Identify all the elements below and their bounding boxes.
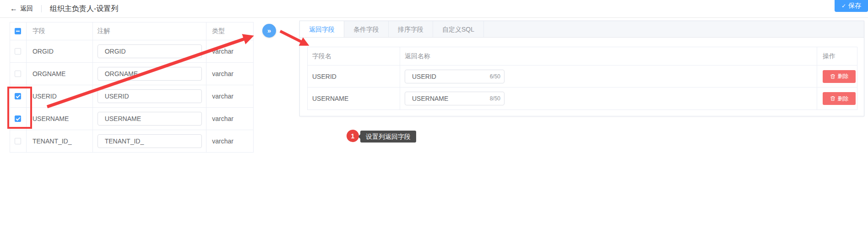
step-number-badge: 1: [347, 130, 359, 142]
return-fields-content: 字段名 返回名称 操作 USERID 6/50: [300, 38, 864, 117]
field-name: ORGID: [27, 40, 93, 62]
comment-input[interactable]: [98, 89, 202, 103]
tab-custom-sql[interactable]: 自定义SQL: [433, 21, 484, 37]
save-button[interactable]: ✓ 保存: [835, 0, 868, 12]
field-type: varchar: [206, 48, 253, 55]
field-name: TENANT_ID_: [27, 130, 93, 152]
delete-label: 删除: [838, 72, 849, 80]
column-header-type: 类型: [206, 27, 253, 35]
column-header-comment: 注解: [93, 22, 207, 40]
table-row: ORGID varchar: [10, 40, 253, 63]
table-header-row: 字段名 返回名称 操作: [308, 47, 857, 66]
table-row: USERID varchar: [10, 85, 253, 108]
comment-input[interactable]: [98, 44, 202, 58]
check-icon: ✓: [841, 3, 846, 9]
row-checkbox[interactable]: [15, 138, 21, 144]
table-row: TENANT_ID_ varchar: [10, 130, 253, 153]
field-name: USERNAME: [27, 108, 93, 130]
field-type: varchar: [206, 137, 253, 145]
tab-return-fields[interactable]: 返回字段: [300, 21, 344, 37]
table-row: ORGNAME varchar: [10, 63, 253, 85]
source-fields-table: 字段 注解 类型 ORGID varchar ORGNAME varchar U…: [10, 22, 254, 153]
field-name: USERID: [308, 66, 400, 87]
trash-icon: [830, 96, 835, 101]
field-type: varchar: [206, 93, 253, 100]
char-counter: 8/50: [490, 95, 500, 102]
row-checkbox[interactable]: [15, 71, 21, 77]
back-label: 返回: [20, 5, 33, 13]
column-header-return-name: 返回名称: [400, 47, 817, 65]
top-bar: ← 返回 组织主负责人-设置列 ✓ 保存: [0, 0, 868, 18]
row-checkbox[interactable]: [15, 93, 21, 99]
annotation-tooltip: 设置列返回字段: [360, 131, 416, 143]
delete-label: 删除: [838, 95, 849, 103]
select-all-checkbox[interactable]: [15, 28, 21, 34]
save-label: 保存: [848, 2, 861, 10]
row-checkbox[interactable]: [15, 48, 21, 55]
row-checkbox[interactable]: [15, 115, 21, 122]
title-divider: [41, 5, 42, 12]
field-name: USERNAME: [308, 88, 400, 110]
field-type: varchar: [206, 70, 253, 77]
column-header-field-name: 字段名: [308, 47, 400, 65]
comment-input[interactable]: [98, 67, 202, 81]
back-button[interactable]: ← 返回: [10, 5, 33, 13]
page-title: 组织主负责人-设置列: [50, 4, 118, 14]
back-arrow-icon: ←: [10, 5, 17, 13]
table-header-row: 字段 注解 类型: [10, 22, 253, 40]
delete-button[interactable]: 删除: [823, 92, 856, 105]
tab-sort-fields[interactable]: 排序字段: [389, 21, 433, 37]
table-row: USERNAME 8/50 删除: [308, 88, 857, 110]
tab-condition-fields[interactable]: 条件字段: [344, 21, 389, 37]
char-counter: 6/50: [490, 73, 500, 80]
comment-input[interactable]: [98, 112, 202, 126]
delete-button[interactable]: 删除: [823, 70, 856, 83]
field-type: varchar: [206, 115, 253, 122]
table-row: USERID 6/50 删除: [308, 66, 857, 88]
return-fields-table: 字段名 返回名称 操作 USERID 6/50: [307, 47, 857, 110]
panel-tabs: 返回字段 条件字段 排序字段 自定义SQL: [300, 21, 864, 38]
field-settings-panel: 返回字段 条件字段 排序字段 自定义SQL 字段名 返回名称 操作 USERID…: [299, 21, 864, 116]
comment-input[interactable]: [98, 134, 202, 148]
double-chevron-right-icon: »: [267, 27, 271, 34]
column-header-operation: 操作: [823, 52, 835, 60]
trash-icon: [830, 74, 835, 79]
table-row: USERNAME varchar: [10, 108, 253, 130]
field-name: USERID: [27, 85, 93, 107]
transfer-fields-button[interactable]: »: [262, 24, 276, 38]
column-header-field: 字段: [27, 22, 93, 40]
page: ← 返回 组织主负责人-设置列 ✓ 保存 字段 注解 类型 ORGID varc…: [0, 0, 868, 225]
step-number: 1: [351, 132, 355, 140]
field-name: ORGNAME: [27, 63, 93, 85]
